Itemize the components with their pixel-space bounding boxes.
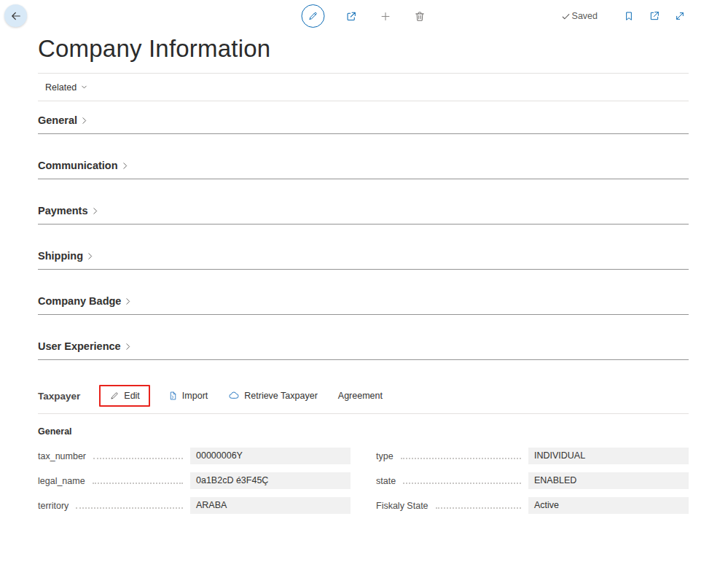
section-label: Shipping <box>38 250 83 262</box>
agreement-action-label: Agreement <box>338 391 383 401</box>
field-label: Fiskaly State <box>376 501 428 511</box>
chevron-right-icon <box>123 342 133 351</box>
field-state: state ENABLED <box>376 472 689 489</box>
field-value[interactable]: 00000006Y <box>190 448 351 464</box>
chevron-right-icon <box>90 206 100 216</box>
field-label: legal_name <box>38 476 85 486</box>
dotted-leader <box>403 478 521 484</box>
edit-page-button[interactable] <box>301 4 324 28</box>
dotted-leader <box>76 503 183 509</box>
section-payments[interactable]: Payments <box>38 204 689 225</box>
page-title: Company Information <box>38 35 689 63</box>
import-action-label: Import <box>182 391 208 401</box>
field-label: state <box>376 476 396 486</box>
edit-action-label: Edit <box>124 391 140 401</box>
chevron-right-icon <box>120 161 130 171</box>
fasttab-list: General Communication Payments Shipping … <box>0 101 728 360</box>
new-button[interactable] <box>377 9 393 24</box>
share-button[interactable] <box>343 9 359 24</box>
open-in-window-button[interactable] <box>647 9 662 23</box>
bookmark-icon <box>623 10 635 22</box>
dotted-leader <box>401 453 521 459</box>
chevron-right-icon <box>123 297 133 306</box>
taxpayer-general-subheading: General <box>38 426 689 437</box>
share-icon <box>345 10 357 23</box>
field-value[interactable]: Active <box>528 497 689 514</box>
section-label: Payments <box>38 205 88 216</box>
section-label: User Experience <box>38 340 121 352</box>
menu-bar: Related <box>0 74 728 101</box>
import-action-button[interactable]: Import <box>165 386 211 405</box>
section-shipping[interactable]: Shipping <box>38 249 689 270</box>
edit-action-button[interactable]: Edit <box>99 385 150 407</box>
field-type: type INDIVIDUAL <box>376 448 689 464</box>
section-label: General <box>38 114 77 126</box>
dotted-leader <box>436 503 521 509</box>
right-actions: Saved <box>561 0 687 32</box>
related-menu[interactable]: Related <box>45 82 88 93</box>
section-label: Company Badge <box>38 295 121 307</box>
retrieve-taxpayer-action-button[interactable]: Retrieve Taxpayer <box>225 386 321 406</box>
section-general[interactable]: General <box>38 114 689 134</box>
expand-diagonal-icon <box>674 10 686 22</box>
field-fiskaly-state: Fiskaly State Active <box>376 497 689 514</box>
trash-icon <box>413 10 426 23</box>
field-value[interactable]: INDIVIDUAL <box>528 448 689 464</box>
field-label: territory <box>38 501 69 511</box>
related-menu-label: Related <box>45 82 77 93</box>
pencil-icon <box>307 10 318 22</box>
chevron-right-icon <box>79 116 89 125</box>
popout-icon <box>649 10 660 22</box>
back-arrow-icon <box>9 9 23 23</box>
retrieve-taxpayer-action-label: Retrieve Taxpayer <box>244 391 318 401</box>
dotted-leader <box>93 453 183 459</box>
back-button[interactable] <box>4 4 27 27</box>
field-label: type <box>376 451 394 461</box>
field-value[interactable]: ARABA <box>190 497 351 514</box>
field-legal-name: legal_name 0a1B2cD é3F45Ç <box>38 472 351 489</box>
cloud-icon <box>228 390 240 402</box>
import-icon <box>168 391 178 401</box>
taxpayer-part-header: Taxpayer Edit Import Retrieve Taxpayer A… <box>38 385 689 414</box>
save-status: Saved <box>561 11 598 21</box>
field-value[interactable]: 0a1B2cD é3F45Ç <box>190 472 351 489</box>
check-icon <box>561 12 571 21</box>
field-value[interactable]: ENABLED <box>528 472 689 489</box>
expand-button[interactable] <box>673 9 687 23</box>
agreement-action-button[interactable]: Agreement <box>335 386 385 405</box>
dotted-leader <box>93 478 183 484</box>
chevron-right-icon <box>85 251 95 261</box>
section-label: Communication <box>38 160 118 171</box>
taxpayer-field-grid: tax_number 00000006Y type INDIVIDUAL leg… <box>38 448 689 514</box>
bookmark-button[interactable] <box>622 9 636 23</box>
section-user-experience[interactable]: User Experience <box>38 340 689 360</box>
taxpayer-toolbar: Edit Import Retrieve Taxpayer Agreement <box>99 385 385 407</box>
section-communication[interactable]: Communication <box>38 159 689 179</box>
plus-icon <box>379 10 391 23</box>
taxpayer-caption: Taxpayer <box>38 391 80 402</box>
delete-button[interactable] <box>412 9 427 24</box>
field-territory: territory ARABA <box>38 497 351 514</box>
command-bar: Saved <box>0 0 728 32</box>
section-company-badge[interactable]: Company Badge <box>38 294 689 315</box>
save-status-label: Saved <box>572 11 598 21</box>
field-tax-number: tax_number 00000006Y <box>38 448 351 464</box>
pencil-icon <box>109 391 120 401</box>
center-actions <box>301 0 427 32</box>
field-label: tax_number <box>38 451 86 461</box>
chevron-down-icon <box>80 83 88 91</box>
